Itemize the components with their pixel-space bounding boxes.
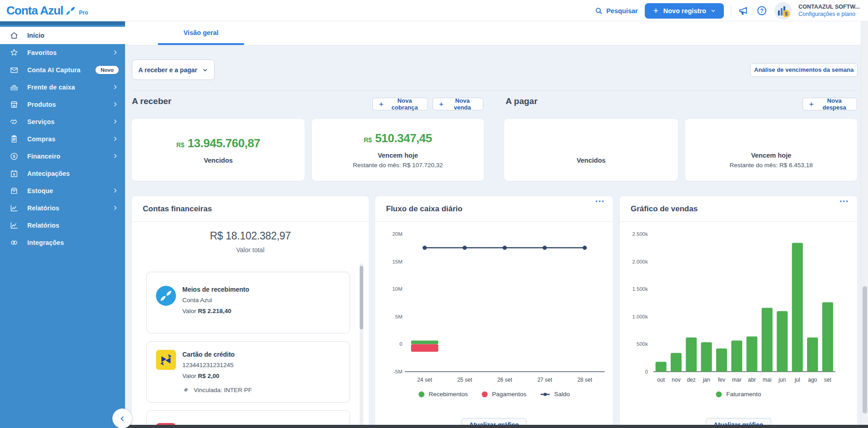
sidebar-item-favoritos[interactable]: Favoritos	[0, 44, 125, 61]
legend-item-saldo: Saldo	[540, 391, 570, 398]
sidebar-item-label: Frente de caixa	[27, 84, 112, 91]
new-record-button[interactable]: Novo registro	[645, 3, 724, 19]
tab-visao-geral[interactable]: Visão geral	[158, 21, 244, 45]
chevron-right-icon	[112, 119, 119, 125]
sidebar-item-label: Estoque	[27, 187, 112, 194]
chart-line-icon	[9, 220, 19, 230]
plus-icon	[808, 101, 814, 107]
payables-title: A pagar	[506, 96, 537, 109]
cash-register-icon	[9, 82, 19, 92]
more-options-icon[interactable]	[839, 196, 849, 206]
svg-text:20M: 20M	[392, 231, 402, 237]
dot-marker-icon	[482, 391, 488, 398]
clipboard-icon	[9, 134, 19, 144]
sidebar-item-label: Integrações	[27, 239, 119, 246]
sidebar-item-relat-rios[interactable]: Relatórios	[0, 217, 125, 234]
card-label: Vencidos	[204, 157, 233, 164]
amount-value: 510.347,45	[375, 131, 432, 145]
sidebar-item-label: Serviços	[27, 118, 112, 125]
card-header: Contas financeiras	[132, 196, 369, 222]
app-logo-text: Conta Azul	[6, 4, 63, 18]
legend-item-faturamento: Faturamento	[716, 391, 761, 398]
chevron-right-icon	[112, 153, 119, 159]
sidebar-item-servi-os[interactable]: Serviços	[0, 113, 125, 130]
week-due-analysis-button[interactable]: Análise de vencimentos da semana	[750, 63, 858, 77]
sidebar-items: InícioFavoritosConta AI CapturaNovoFrent…	[0, 27, 125, 251]
svg-text:abr: abr	[748, 377, 756, 383]
more-options-icon[interactable]	[595, 196, 605, 206]
account-detail: Conta Azul	[182, 297, 212, 304]
receivables-title: A receber	[132, 96, 171, 109]
sidebar-item-conta-ai-captura[interactable]: Conta AI CapturaNovo	[0, 61, 125, 79]
account-name: Cartão de crédito	[182, 351, 235, 358]
avatar[interactable]: $	[774, 2, 792, 20]
sidebar-collapse-button[interactable]	[112, 408, 132, 428]
svg-text:jul: jul	[794, 377, 800, 383]
svg-text:jan: jan	[702, 377, 710, 383]
sidebar-item-antecipa-es[interactable]: $Antecipações	[0, 165, 125, 182]
new-charge-button[interactable]: Nova cobrança	[372, 98, 428, 110]
new-record-label: Novo registro	[663, 7, 706, 15]
card-header: Fluxo de caixa diário	[375, 196, 613, 222]
sidebar-item-produtos[interactable]: Produtos	[0, 96, 125, 113]
contaazul-leaf-icon	[65, 5, 76, 16]
account-item[interactable]: Cartão de crédito123441231231245Valor R$…	[146, 341, 350, 403]
sidebar-item-in-cio[interactable]: Início	[0, 27, 125, 44]
account-detail: 123441231231245	[182, 362, 234, 368]
currency-prefix: R$	[176, 141, 185, 149]
account-name: Meios de recebimento	[182, 286, 249, 293]
sidebar-item-financeiro[interactable]: $Financeiro	[0, 148, 125, 165]
account-info[interactable]: CONTAAZUL SOFTW... Configurações e plano	[798, 4, 860, 18]
sidebar-item-relat-rios[interactable]: Relatórios	[0, 199, 125, 217]
accounts-scrollbar[interactable]	[360, 264, 363, 425]
accounts-scrollbar-thumb[interactable]	[360, 266, 363, 329]
card-header: Gráfico de vendas	[620, 196, 857, 222]
svg-text:mai: mai	[763, 377, 771, 383]
svg-text:25 set: 25 set	[457, 377, 472, 383]
svg-text:24 set: 24 set	[417, 377, 432, 383]
legend-label: Saldo	[554, 391, 570, 398]
sidebar-item-label: Favoritos	[27, 49, 112, 56]
chevron-right-icon	[112, 205, 119, 211]
chevron-right-icon	[112, 136, 119, 142]
bottom-bar	[125, 425, 868, 428]
accounts-total-amount: R$ 18.102.382,97	[132, 230, 369, 242]
sidebar-item-frente-de-caixa[interactable]: Frente de caixa	[0, 79, 125, 96]
cashflow-card: Fluxo de caixa diário 20M15M10M5M0-5M24 …	[375, 196, 613, 428]
sidebar-item-estoque[interactable]: Estoque	[0, 182, 125, 199]
megaphone-icon[interactable]	[738, 5, 749, 16]
account-name: CONTAAZUL SOFTW...	[798, 4, 860, 11]
legend-label: Recebimentos	[429, 391, 468, 398]
card-amount: R$510.347,45	[364, 131, 432, 149]
svg-text:dez: dez	[687, 377, 696, 383]
chevron-down-icon	[202, 67, 208, 73]
summary-card-vencem-hoje: Vencem hojeRestante do mês: R$ 6.453,18	[685, 119, 857, 181]
receivables-payables-dropdown[interactable]: A receber e a pagar	[132, 60, 215, 80]
help-icon[interactable]: ?	[756, 5, 768, 16]
svg-text:?: ?	[760, 8, 763, 14]
sidebar-item-compras[interactable]: Compras	[0, 130, 125, 148]
header-divider	[731, 5, 731, 17]
page-scrollbar-thumb[interactable]	[863, 286, 867, 413]
svg-text:mar: mar	[732, 377, 742, 383]
svg-text:0: 0	[645, 369, 648, 374]
currency-prefix: R$	[364, 136, 372, 144]
page-scrollbar[interactable]	[861, 21, 868, 425]
svg-text:0: 0	[400, 341, 402, 347]
cashflow-chart: 20M15M10M5M0-5M24 set25 set26 set27 set2…	[375, 222, 613, 394]
settings-plan-link[interactable]: Configurações e plano	[798, 11, 860, 18]
new-sale-button[interactable]: Nova venda	[432, 98, 483, 110]
search-button[interactable]: Pesquisar	[594, 6, 637, 15]
svg-text:out: out	[657, 377, 665, 383]
calendar-dollar-icon: $	[9, 169, 19, 179]
app-logo[interactable]: Conta Azul Pro	[6, 4, 88, 18]
novo-badge: Novo	[95, 66, 119, 74]
plus-icon	[652, 7, 659, 14]
conta-azul-logo	[156, 286, 176, 306]
sidebar-nav: InícioFavoritosConta AI CapturaNovoFrent…	[0, 21, 125, 428]
new-expense-button[interactable]: Nova despesa	[803, 98, 857, 110]
sidebar-item-integra-es[interactable]: Integrações	[0, 234, 125, 251]
account-item[interactable]: Meios de recebimentoConta AzulValor R$ 2…	[146, 272, 350, 333]
sales-legend: Faturamento	[620, 391, 857, 398]
svg-text:1.000k: 1.000k	[632, 314, 648, 319]
